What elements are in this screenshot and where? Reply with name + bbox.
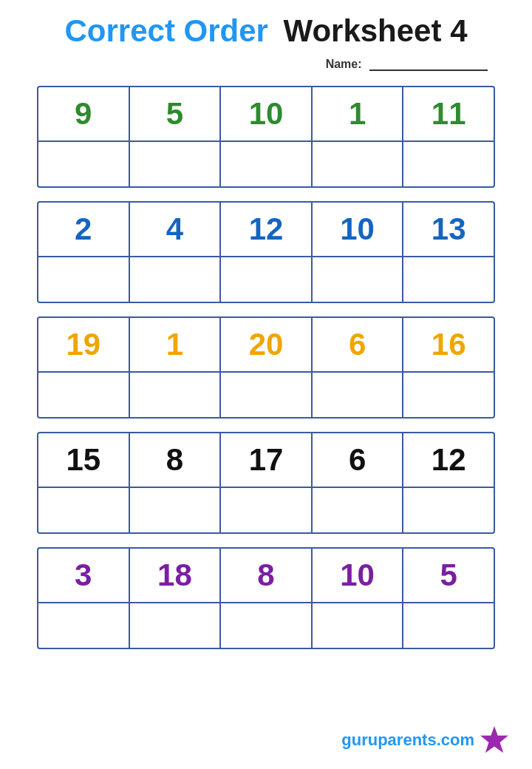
- grid5-cell-1: 18: [130, 549, 222, 602]
- grid2-cell-4: 13: [403, 203, 494, 256]
- title-worksheet: Worksheet 4: [284, 13, 468, 48]
- grid5-cell-3: 10: [313, 549, 404, 602]
- grid5-answer-cell-4[interactable]: [403, 603, 494, 648]
- star-icon: [479, 725, 510, 756]
- grid1: 9510111: [37, 86, 495, 188]
- grid4-answer-cell-1[interactable]: [130, 488, 222, 532]
- grid2-number-row: 24121013: [38, 203, 494, 257]
- grid2-answer-cell-0[interactable]: [38, 257, 130, 302]
- grid4: 15817612: [37, 432, 495, 534]
- grid5-answer-cell-3[interactable]: [313, 603, 404, 648]
- grid1-cell-4: 11: [403, 87, 494, 140]
- grid5-cell-4: 5: [403, 549, 494, 602]
- grid5-answer-cell-1[interactable]: [130, 603, 222, 648]
- grid5-answer-cell-2[interactable]: [221, 603, 313, 648]
- grid4-cell-4: 12: [403, 433, 494, 487]
- name-row: Name:: [0, 52, 532, 78]
- grid3-cell-0: 19: [38, 318, 130, 371]
- grid3-answer-cell-1[interactable]: [130, 373, 222, 417]
- grid1-answer-row[interactable]: [38, 142, 494, 186]
- grid4-answer-cell-0[interactable]: [38, 488, 130, 532]
- grids-container: 95101112412101319120616158176123188105: [0, 78, 532, 657]
- grid1-answer-cell-2[interactable]: [221, 142, 313, 186]
- grid2-cell-3: 10: [313, 203, 404, 256]
- footer: guruparents.com: [341, 725, 510, 756]
- grid2-answer-cell-3[interactable]: [313, 257, 404, 302]
- svg-marker-0: [480, 726, 508, 753]
- name-label: Name:: [326, 58, 362, 70]
- grid1-answer-cell-0[interactable]: [38, 142, 130, 186]
- grid1-answer-cell-1[interactable]: [130, 142, 222, 186]
- grid3-cell-3: 6: [313, 318, 404, 371]
- grid3-answer-cell-2[interactable]: [221, 373, 313, 417]
- grid2-cell-2: 12: [221, 203, 313, 256]
- grid4-answer-cell-4[interactable]: [403, 488, 494, 532]
- grid2-answer-cell-2[interactable]: [221, 257, 313, 302]
- grid4-number-row: 15817612: [38, 433, 494, 488]
- grid1-cell-0: 9: [38, 87, 130, 140]
- grid5-number-row: 3188105: [38, 549, 494, 603]
- grid5-answer-row[interactable]: [38, 603, 494, 648]
- grid2-answer-cell-1[interactable]: [130, 257, 222, 302]
- grid4-cell-1: 8: [130, 433, 222, 487]
- grid5-cell-2: 8: [221, 549, 313, 602]
- footer-text: guruparents.com: [341, 731, 474, 750]
- grid5: 3188105: [37, 547, 495, 649]
- name-underline: [369, 70, 488, 71]
- grid3-answer-cell-4[interactable]: [403, 373, 494, 417]
- grid4-cell-2: 17: [221, 433, 313, 487]
- grid1-number-row: 9510111: [38, 87, 494, 142]
- grid5-cell-0: 3: [38, 549, 130, 602]
- grid3-cell-4: 16: [403, 318, 494, 371]
- grid3-cell-1: 1: [130, 318, 222, 371]
- grid4-answer-cell-3[interactable]: [313, 488, 404, 532]
- grid1-cell-3: 1: [313, 87, 404, 140]
- grid3-answer-cell-0[interactable]: [38, 373, 130, 417]
- grid1-answer-cell-3[interactable]: [313, 142, 404, 186]
- grid4-answer-row[interactable]: [38, 488, 494, 532]
- grid3-number-row: 19120616: [38, 318, 494, 373]
- grid3-answer-row[interactable]: [38, 373, 494, 417]
- grid4-cell-3: 6: [313, 433, 404, 487]
- grid3: 19120616: [37, 316, 495, 419]
- grid3-answer-cell-3[interactable]: [313, 373, 404, 417]
- grid1-cell-1: 5: [130, 87, 222, 140]
- page-header: Correct Order Worksheet 4: [0, 0, 532, 52]
- title-correct: Correct Order: [65, 13, 268, 48]
- grid2-answer-row[interactable]: [38, 257, 494, 302]
- grid2-cell-0: 2: [38, 203, 130, 256]
- grid2-answer-cell-4[interactable]: [403, 257, 494, 302]
- grid5-answer-cell-0[interactable]: [38, 603, 130, 648]
- grid1-cell-2: 10: [221, 87, 313, 140]
- grid1-answer-cell-4[interactable]: [403, 142, 494, 186]
- grid2-cell-1: 4: [130, 203, 222, 256]
- grid3-cell-2: 20: [221, 318, 313, 371]
- grid2: 24121013: [37, 201, 495, 303]
- grid4-answer-cell-2[interactable]: [221, 488, 313, 532]
- grid4-cell-0: 15: [38, 433, 130, 487]
